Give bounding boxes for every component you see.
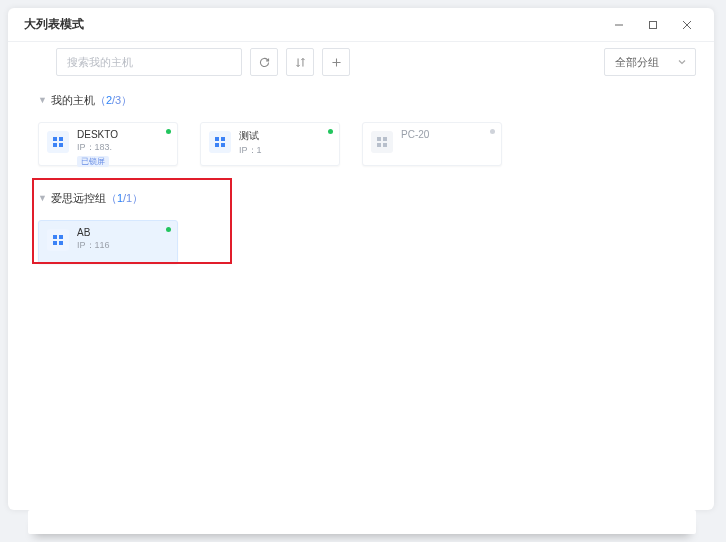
group-header[interactable]: ▼ 爱思远控组 （1/1）	[38, 186, 696, 210]
content-area: ▼ 我的主机 （2/3） DESKTO IP：183. 已锁屏	[8, 88, 714, 272]
svg-rect-7	[59, 137, 63, 141]
host-card[interactable]: PC-20	[362, 122, 502, 166]
dropdown-label: 全部分组	[615, 55, 659, 70]
svg-rect-1	[650, 21, 657, 28]
host-ip: IP：1	[239, 144, 262, 157]
search-input[interactable]	[56, 48, 242, 76]
refresh-button[interactable]	[250, 48, 278, 76]
svg-rect-11	[221, 137, 225, 141]
host-group: ▼ 爱思远控组 （1/1） AB IP：116	[38, 186, 696, 264]
host-card[interactable]: DESKTO IP：183. 已锁屏	[38, 122, 178, 166]
minimize-button[interactable]	[602, 11, 636, 39]
window-controls	[602, 11, 704, 39]
host-name: AB	[77, 227, 110, 238]
host-card[interactable]: 测试 IP：1	[200, 122, 340, 166]
group-filter-dropdown[interactable]: 全部分组	[604, 48, 696, 76]
svg-rect-9	[59, 143, 63, 147]
status-dot-offline	[490, 129, 495, 134]
group-header[interactable]: ▼ 我的主机 （2/3）	[38, 88, 696, 112]
host-card[interactable]: AB IP：116	[38, 220, 178, 264]
windows-icon	[209, 131, 231, 153]
lock-badge: 已锁屏	[77, 156, 109, 167]
svg-rect-16	[377, 143, 381, 147]
windows-icon	[47, 131, 69, 153]
collapse-icon: ▼	[38, 95, 47, 105]
host-name: 测试	[239, 129, 262, 143]
svg-rect-18	[53, 235, 57, 239]
group-name: 我的主机	[51, 93, 95, 108]
svg-rect-13	[221, 143, 225, 147]
windows-icon	[47, 229, 69, 251]
svg-rect-17	[383, 143, 387, 147]
bottom-shadow	[28, 510, 696, 534]
collapse-icon: ▼	[38, 193, 47, 203]
svg-rect-21	[59, 241, 63, 245]
card-row: AB IP：116	[38, 220, 696, 264]
svg-rect-6	[53, 137, 57, 141]
svg-rect-10	[215, 137, 219, 141]
svg-rect-20	[53, 241, 57, 245]
svg-rect-12	[215, 143, 219, 147]
chevron-down-icon	[677, 57, 687, 67]
host-ip: IP：183.	[77, 141, 118, 154]
svg-rect-14	[377, 137, 381, 141]
sort-button[interactable]	[286, 48, 314, 76]
svg-rect-8	[53, 143, 57, 147]
app-window: 大列表模式 全部分组	[8, 8, 714, 510]
card-row: DESKTO IP：183. 已锁屏 测试 IP：1	[38, 122, 696, 166]
windows-icon	[371, 131, 393, 153]
status-dot-online	[166, 227, 171, 232]
host-ip: IP：116	[77, 239, 110, 252]
window-title: 大列表模式	[24, 16, 602, 33]
add-button[interactable]	[322, 48, 350, 76]
titlebar: 大列表模式	[8, 8, 714, 42]
close-button[interactable]	[670, 11, 704, 39]
svg-rect-15	[383, 137, 387, 141]
host-name: PC-20	[401, 129, 429, 140]
host-group: ▼ 我的主机 （2/3） DESKTO IP：183. 已锁屏	[38, 88, 696, 166]
svg-rect-19	[59, 235, 63, 239]
group-name: 爱思远控组	[51, 191, 106, 206]
status-dot-online	[166, 129, 171, 134]
toolbar: 全部分组	[8, 42, 714, 82]
group-count: （2/3）	[95, 93, 132, 108]
group-count: （1/1）	[106, 191, 143, 206]
maximize-button[interactable]	[636, 11, 670, 39]
status-dot-online	[328, 129, 333, 134]
host-name: DESKTO	[77, 129, 118, 140]
